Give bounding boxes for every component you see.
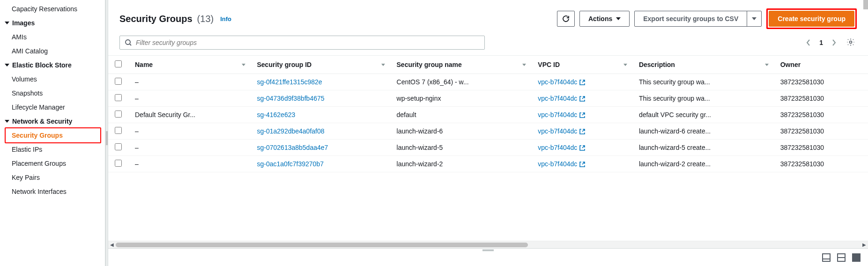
row-checkbox[interactable] (115, 78, 122, 85)
sidebar-section-label: Images (12, 19, 35, 27)
table-row[interactable]: –sg-0702613a8b5daa4e7launch-wizard-5vpc-… (108, 140, 868, 156)
sidebar-section-ebs[interactable]: Elastic Block Store (0, 58, 105, 72)
info-link[interactable]: Info (220, 15, 231, 22)
external-link-icon (579, 128, 586, 135)
cell-description: launch-wizard-6 create... (632, 123, 774, 140)
select-all-checkbox[interactable] (115, 60, 122, 67)
cell-owner: 387232581030 (774, 140, 868, 156)
filter-box[interactable] (119, 36, 485, 50)
export-button[interactable]: Export security groups to CSV (634, 11, 762, 27)
table-row[interactable]: –sg-04736d9f38bfb4675wp-setup-nginxvpc-b… (108, 90, 868, 107)
filter-input[interactable] (136, 39, 480, 46)
sidebar-item-volumes[interactable]: Volumes (0, 72, 105, 86)
table-row[interactable]: –sg-0f421ffe1315c982eCentOS 7 (x86_64) -… (108, 74, 868, 90)
cell-sgid[interactable]: sg-01a292dbe4a0faf08 (251, 123, 390, 140)
row-checkbox[interactable] (115, 143, 122, 150)
cell-description: launch-wizard-5 create... (632, 140, 774, 156)
external-link-icon (579, 96, 586, 102)
table-row[interactable]: Default Security Gr...sg-4162e623default… (108, 107, 868, 123)
sidebar-item-security-groups[interactable]: Security Groups (5, 127, 101, 143)
settings-button[interactable] (845, 36, 857, 50)
cell-sgid[interactable]: sg-0f421ffe1315c982e (251, 74, 390, 90)
cell-name: – (128, 74, 251, 90)
sort-icon (522, 62, 527, 67)
cell-sgid[interactable]: sg-04736d9f38bfb4675 (251, 90, 390, 107)
cell-vpcid[interactable]: vpc-b7f404dc (531, 90, 632, 107)
cell-vpcid[interactable]: vpc-b7f404dc (531, 156, 632, 172)
sidebar-item-elastic-ips[interactable]: Elastic IPs (0, 142, 105, 156)
table-row[interactable]: –sg-0ac1a0fc7f39270b7launch-wizard-2vpc-… (108, 156, 868, 172)
row-checkbox[interactable] (115, 111, 122, 118)
refresh-icon (562, 15, 570, 22)
main-content: Security Groups (13) Info Actions Export… (108, 0, 868, 266)
row-checkbox[interactable] (115, 127, 122, 134)
cell-sgid[interactable]: sg-0702613a8b5daa4e7 (251, 140, 390, 156)
caret-down-icon (5, 120, 9, 123)
column-header-owner[interactable]: Owner (774, 56, 868, 74)
column-header-description[interactable]: Description (632, 56, 774, 74)
row-checkbox[interactable] (115, 94, 122, 101)
column-header-vpcid[interactable]: VPC ID (531, 56, 632, 74)
sidebar-item-placement-groups[interactable]: Placement Groups (0, 156, 105, 170)
cell-sgname: default (390, 107, 532, 123)
sidebar-item-key-pairs[interactable]: Key Pairs (0, 170, 105, 185)
external-link-icon (579, 112, 586, 118)
page-header: Security Groups (13) Info Actions Export… (108, 0, 868, 32)
cell-description: This security group wa... (632, 74, 774, 90)
sidebar-section-network-security[interactable]: Network & Security (0, 114, 105, 128)
cell-sgname: launch-wizard-6 (390, 123, 532, 140)
prev-page-button[interactable] (806, 39, 811, 46)
cell-vpcid[interactable]: vpc-b7f404dc (531, 107, 632, 123)
scrollbar-thumb[interactable] (116, 243, 528, 247)
cell-sgid[interactable]: sg-4162e623 (251, 107, 390, 123)
row-checkbox[interactable] (115, 160, 122, 167)
sidebar-item-network-interfaces[interactable]: Network Interfaces (0, 185, 105, 199)
column-header-sgname[interactable]: Security group name (390, 56, 532, 74)
sidebar-section-label: Elastic Block Store (12, 61, 72, 69)
next-page-button[interactable] (831, 39, 836, 46)
table-row[interactable]: –sg-01a292dbe4a0faf08launch-wizard-6vpc-… (108, 123, 868, 140)
panel-drag-handle[interactable] (482, 250, 494, 251)
cell-vpcid[interactable]: vpc-b7f404dc (531, 74, 632, 90)
svg-point-1 (850, 41, 852, 43)
sidebar-item-ami-catalog[interactable]: AMI Catalog (0, 44, 105, 58)
column-header-sgid[interactable]: Security group ID (251, 56, 390, 74)
export-label: Export security groups to CSV (635, 11, 747, 26)
cell-owner: 387232581030 (774, 90, 868, 107)
cell-sgname: launch-wizard-2 (390, 156, 532, 172)
caret-down-icon (616, 17, 621, 20)
column-header-name[interactable]: Name (128, 56, 251, 74)
gear-icon (846, 38, 855, 46)
cell-sgname: launch-wizard-5 (390, 140, 532, 156)
sidebar-item-lifecycle-manager[interactable]: Lifecycle Manager (0, 100, 105, 114)
caret-down-icon (5, 64, 9, 66)
cell-owner: 387232581030 (774, 107, 868, 123)
panel-view-split-button[interactable] (837, 253, 846, 262)
refresh-button[interactable] (557, 11, 575, 27)
cell-vpcid[interactable]: vpc-b7f404dc (531, 123, 632, 140)
cell-owner: 387232581030 (774, 156, 868, 172)
sort-icon (381, 62, 386, 67)
create-security-group-button[interactable]: Create security group (769, 11, 854, 27)
filter-row: 1 (108, 32, 868, 55)
horizontal-scrollbar[interactable]: ◀ ▶ (108, 241, 868, 248)
cell-vpcid[interactable]: vpc-b7f404dc (531, 140, 632, 156)
external-link-icon (579, 161, 586, 168)
panel-view-compact-button[interactable] (822, 253, 831, 262)
drag-handle-icon (106, 131, 108, 145)
detail-panel (108, 248, 868, 266)
vertical-scrollbar[interactable] (863, 0, 868, 9)
page-title: Security Groups (119, 14, 193, 24)
actions-button[interactable]: Actions (579, 11, 630, 27)
sidebar-item-capacity-reservations[interactable]: Capacity Reservations (0, 2, 105, 16)
caret-down-icon (5, 22, 9, 24)
sidebar-item-amis[interactable]: AMIs (0, 30, 105, 44)
sidebar: Capacity Reservations Images AMIs AMI Ca… (0, 0, 105, 266)
sidebar-item-snapshots[interactable]: Snapshots (0, 86, 105, 100)
panel-view-full-button[interactable] (852, 253, 861, 262)
export-dropdown-toggle[interactable] (747, 11, 761, 26)
cell-sgid[interactable]: sg-0ac1a0fc7f39270b7 (251, 156, 390, 172)
sidebar-section-images[interactable]: Images (0, 16, 105, 30)
cell-description: launch-wizard-2 create... (632, 156, 774, 172)
panel-view-controls (822, 253, 861, 262)
